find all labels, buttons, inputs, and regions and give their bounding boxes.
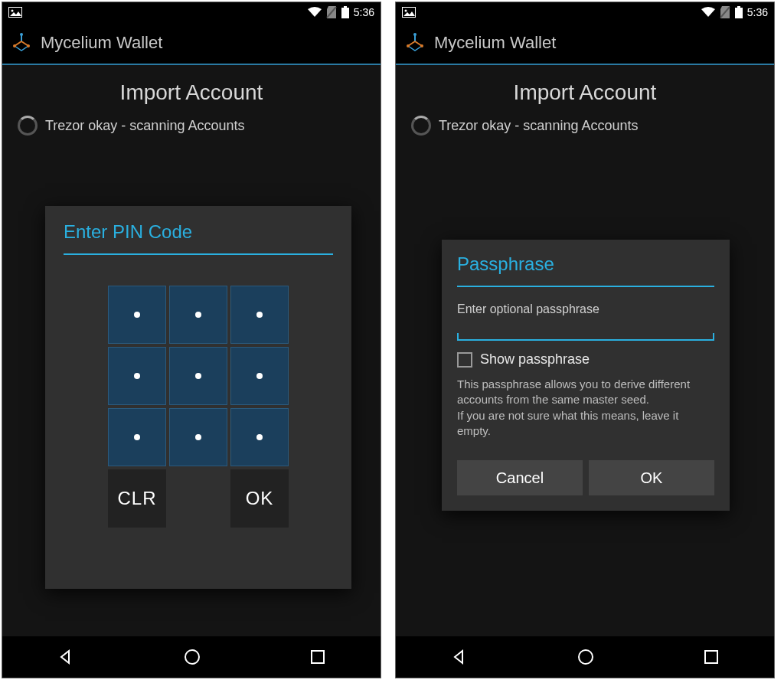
cancel-button[interactable]: Cancel — [457, 460, 583, 495]
passphrase-dialog: Passphrase Enter optional passphrase Sho… — [442, 240, 730, 511]
svg-point-1 — [11, 10, 14, 12]
nav-home-icon[interactable] — [183, 648, 201, 666]
svg-rect-13 — [737, 6, 740, 8]
nav-back-icon[interactable] — [57, 648, 75, 666]
pin-ok-button[interactable]: OK — [230, 469, 289, 528]
svg-point-7 — [27, 44, 30, 47]
passphrase-input[interactable] — [457, 321, 714, 341]
svg-point-16 — [407, 44, 410, 47]
spinner-icon — [18, 116, 38, 136]
picture-icon — [8, 7, 22, 18]
spinner-icon — [411, 116, 431, 136]
ok-button[interactable]: OK — [589, 460, 714, 495]
pin-key-5[interactable] — [169, 347, 227, 405]
nav-home-icon[interactable] — [577, 648, 595, 666]
no-sim-icon — [720, 6, 730, 18]
screen-content: Import Account Trezor okay - scanning Ac… — [396, 65, 774, 636]
wifi-icon — [308, 7, 322, 18]
pin-clear-button[interactable]: CLR — [108, 469, 166, 528]
status-row: Trezor okay - scanning Accounts — [396, 116, 774, 136]
status-time: 5:36 — [747, 6, 768, 18]
status-bar: 5:36 — [2, 2, 381, 22]
status-text: Trezor okay - scanning Accounts — [45, 118, 244, 134]
status-row: Trezor okay - scanning Accounts — [2, 116, 381, 136]
page-title: Import Account — [396, 65, 774, 116]
passphrase-dialog-title: Passphrase — [457, 253, 714, 287]
pin-key-2[interactable] — [169, 408, 227, 466]
pin-keypad: CLR OK — [64, 286, 333, 528]
status-text: Trezor okay - scanning Accounts — [439, 118, 638, 134]
app-logo-icon — [10, 31, 33, 54]
nav-bar — [396, 636, 774, 678]
phone-screen-passphrase: 5:36 Mycelium Wallet Import Account Trez… — [395, 2, 775, 678]
pin-key-1[interactable] — [108, 408, 166, 466]
pin-key-7[interactable] — [108, 286, 166, 344]
svg-rect-19 — [705, 651, 717, 663]
pin-key-4[interactable] — [108, 347, 166, 405]
battery-icon — [735, 6, 743, 18]
svg-rect-4 — [341, 8, 349, 18]
picture-icon — [402, 7, 416, 18]
pin-dialog-title: Enter PIN Code — [64, 221, 333, 255]
screen-content: Import Account Trezor okay - scanning Ac… — [2, 65, 381, 636]
pin-key-3[interactable] — [230, 408, 289, 466]
app-title: Mycelium Wallet — [41, 33, 162, 53]
wifi-icon — [701, 7, 715, 18]
svg-point-17 — [420, 44, 423, 47]
show-passphrase-checkbox[interactable] — [457, 352, 472, 368]
svg-point-11 — [405, 10, 407, 12]
app-title: Mycelium Wallet — [434, 33, 556, 53]
pin-key-8[interactable] — [169, 286, 227, 344]
pin-key-6[interactable] — [230, 347, 289, 405]
svg-point-18 — [579, 650, 593, 664]
page-title: Import Account — [2, 65, 381, 116]
passphrase-label: Enter optional passphrase — [457, 302, 714, 316]
phone-screen-pin: 5:36 Mycelium Wallet Import Account Trez… — [2, 2, 381, 678]
status-time: 5:36 — [354, 6, 374, 18]
nav-bar — [2, 636, 381, 678]
app-bar: Mycelium Wallet — [396, 22, 774, 65]
svg-point-8 — [185, 650, 199, 664]
svg-point-5 — [20, 33, 23, 36]
battery-icon — [341, 6, 349, 18]
nav-recent-icon[interactable] — [309, 649, 326, 665]
svg-rect-9 — [312, 651, 324, 663]
passphrase-description: This passphrase allows you to derive dif… — [457, 377, 714, 439]
app-bar: Mycelium Wallet — [2, 22, 381, 65]
nav-back-icon[interactable] — [450, 648, 469, 666]
svg-rect-14 — [735, 8, 743, 18]
pin-dialog: Enter PIN Code CLR OK — [45, 206, 351, 589]
svg-point-15 — [413, 33, 416, 36]
pin-key-9[interactable] — [230, 286, 289, 344]
show-passphrase-label: Show passphrase — [480, 351, 590, 368]
nav-recent-icon[interactable] — [703, 649, 720, 665]
no-sim-icon — [326, 6, 337, 18]
svg-point-6 — [13, 44, 16, 47]
app-logo-icon — [403, 31, 426, 54]
status-bar: 5:36 — [396, 2, 774, 22]
pin-empty-cell — [169, 469, 227, 528]
svg-rect-3 — [344, 6, 347, 8]
